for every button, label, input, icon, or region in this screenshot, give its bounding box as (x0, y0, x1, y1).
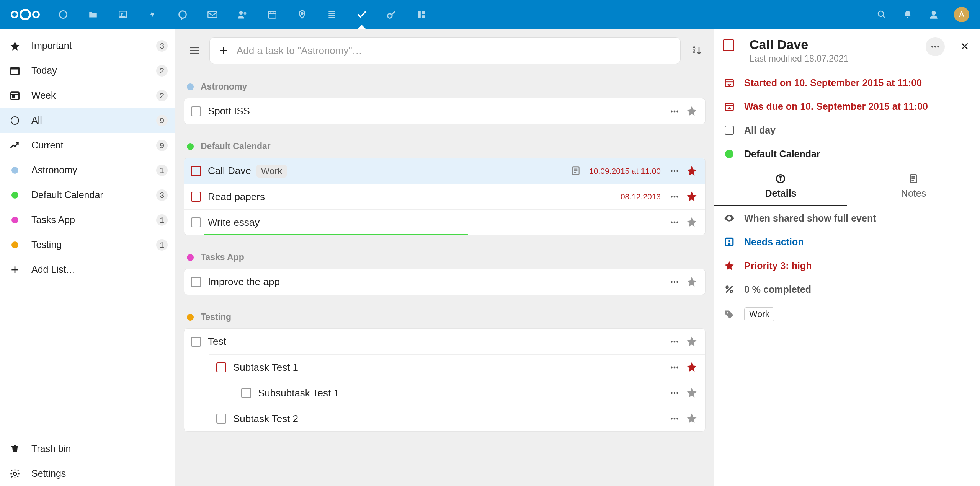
sidebar-label: Today (31, 65, 156, 76)
star-icon[interactable] (686, 165, 698, 177)
star-icon[interactable] (686, 336, 698, 348)
star-icon[interactable] (686, 105, 698, 117)
color-dot-icon (9, 214, 21, 226)
task-actions-icon[interactable] (668, 164, 681, 178)
search-icon[interactable] (876, 9, 887, 20)
svg-point-0 (59, 11, 67, 18)
menu-toggle-icon[interactable] (184, 40, 205, 61)
detail-priority[interactable]: Priority 3: high (714, 254, 980, 277)
sidebar-settings[interactable]: Settings (0, 461, 175, 486)
task-actions-icon[interactable] (668, 386, 681, 400)
task-row[interactable]: Subtask Test 2 (209, 406, 705, 431)
notes-icon[interactable] (326, 9, 338, 20)
task-actions-icon[interactable] (668, 104, 681, 118)
detail-status[interactable]: Needs action (714, 230, 980, 254)
detail-calendar[interactable]: Default Calendar (714, 142, 980, 166)
svg-point-55 (676, 222, 678, 223)
group-header[interactable]: Default Calendar (184, 124, 706, 158)
sidebar-item-week[interactable]: Week 2 (0, 83, 175, 108)
talk-icon[interactable] (177, 9, 188, 20)
tag-chip[interactable]: Work (744, 307, 774, 321)
detail-due[interactable]: Was due on 10. September 2015 at 11:00 (714, 95, 980, 118)
task-row[interactable]: Subtask Test 1 (209, 354, 705, 380)
star-icon[interactable] (686, 191, 698, 203)
nextcloud-logo[interactable] (11, 9, 40, 20)
detail-allday[interactable]: All day (714, 118, 980, 142)
star-icon[interactable] (686, 387, 698, 399)
sort-icon[interactable]: AZ (688, 42, 706, 59)
maps-icon[interactable] (296, 9, 308, 20)
sidebar-list-testing[interactable]: Testing 1 (0, 232, 175, 257)
add-task-field[interactable] (209, 37, 681, 64)
task-actions-icon[interactable] (668, 412, 681, 426)
circle-icon (9, 115, 21, 126)
task-actions-icon[interactable] (668, 335, 681, 349)
task-actions-icon[interactable] (668, 215, 681, 229)
tab-details[interactable]: Details (714, 168, 847, 206)
star-icon[interactable] (686, 276, 698, 288)
task-row[interactable]: Improve the app (184, 269, 705, 295)
contacts-menu-icon[interactable] (928, 9, 939, 20)
star-icon[interactable] (686, 361, 698, 373)
task-checkbox[interactable] (191, 106, 201, 116)
sidebar-list-tasksapp[interactable]: Tasks App 1 (0, 207, 175, 232)
task-row[interactable]: Test (184, 329, 705, 354)
tab-notes[interactable]: Notes (847, 168, 980, 206)
mail-icon[interactable] (207, 9, 218, 20)
passwords-icon[interactable] (386, 9, 397, 20)
group-header[interactable]: Astronomy (184, 75, 706, 98)
star-icon[interactable] (686, 216, 698, 228)
star-icon[interactable] (686, 413, 698, 425)
task-checkbox[interactable] (191, 277, 201, 287)
task-checkbox[interactable] (723, 39, 734, 51)
sidebar-item-important[interactable]: Important 3 (0, 33, 175, 58)
sidebar-label: Settings (31, 468, 168, 479)
sidebar-item-all[interactable]: All 9 (0, 108, 175, 133)
task-actions-icon[interactable] (668, 275, 681, 289)
task-title: Write essay (208, 217, 260, 228)
task-checkbox[interactable] (191, 192, 201, 202)
calendar-icon[interactable] (266, 9, 278, 20)
task-checkbox[interactable] (216, 414, 226, 424)
activity-icon[interactable] (147, 9, 158, 20)
tasks-icon[interactable] (356, 9, 368, 20)
group-header[interactable]: Tasks App (184, 235, 706, 269)
close-icon[interactable] (958, 39, 972, 53)
detail-shared[interactable]: When shared show full event (714, 206, 980, 230)
photos-icon[interactable] (117, 9, 129, 20)
task-row[interactable]: Read papers08.12.2013 (184, 184, 705, 209)
task-row[interactable]: Write essay (184, 209, 705, 235)
group-header[interactable]: Testing (184, 295, 706, 328)
contacts-icon[interactable] (237, 9, 248, 20)
more-actions-icon[interactable] (926, 37, 945, 56)
user-avatar[interactable]: A (954, 7, 969, 22)
sidebar-add-list[interactable]: Add List… (0, 257, 175, 282)
task-checkbox[interactable] (191, 337, 201, 347)
sidebar-trash[interactable]: Trash bin (0, 436, 175, 461)
sidebar-list-astronomy[interactable]: Astronomy 1 (0, 158, 175, 183)
notifications-icon[interactable] (902, 9, 913, 20)
task-checkbox[interactable] (241, 388, 251, 398)
task-checkbox[interactable] (191, 166, 201, 176)
detail-tags[interactable]: Work (714, 301, 980, 328)
files-icon[interactable] (87, 9, 99, 20)
task-actions-icon[interactable] (668, 190, 681, 204)
task-actions-icon[interactable] (668, 360, 681, 374)
deck-icon[interactable] (416, 9, 427, 20)
task-row[interactable]: Subsubtask Test 1 (234, 380, 705, 406)
sidebar-item-current[interactable]: Current 9 (0, 133, 175, 158)
task-checkbox[interactable] (191, 217, 201, 227)
sidebar-item-today[interactable]: Today 2 (0, 58, 175, 83)
detail-percent[interactable]: 0 % completed (714, 277, 980, 301)
detail-start[interactable]: Started on 10. September 2015 at 11:00 (714, 71, 980, 95)
dashboard-icon[interactable] (57, 9, 69, 20)
task-checkbox[interactable] (216, 362, 226, 372)
sidebar-list-default[interactable]: Default Calendar 3 (0, 183, 175, 207)
note-icon (571, 166, 581, 176)
tag-chip[interactable]: Work (256, 165, 287, 178)
task-row[interactable]: Spott ISS (184, 98, 705, 124)
svg-point-91 (726, 286, 728, 288)
task-row[interactable]: Call DaveWork10.09.2015 at 11:00 (184, 158, 705, 184)
svg-point-62 (671, 367, 673, 369)
add-task-input[interactable] (237, 45, 672, 57)
